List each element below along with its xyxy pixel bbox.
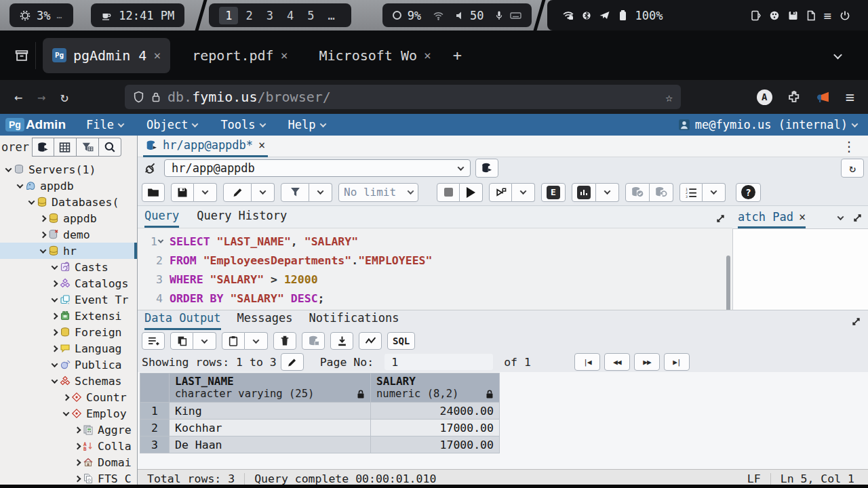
new-tab-button[interactable]: + <box>453 47 462 64</box>
tree-item-event-tr[interactable]: Event Tr <box>0 291 137 308</box>
macros-button[interactable]: 123 <box>679 183 703 202</box>
refresh-connection-button[interactable]: ↻ <box>841 159 864 178</box>
stop-button[interactable] <box>437 183 460 202</box>
tree-item-languag[interactable]: Languag <box>0 340 137 357</box>
explain-analyze-button[interactable] <box>572 183 596 202</box>
macros-chevron[interactable] <box>703 183 726 202</box>
expander-closed-icon[interactable] <box>49 346 60 351</box>
palette-icon[interactable] <box>769 10 780 21</box>
tree-item-demo[interactable]: demo <box>0 226 137 243</box>
shield-icon[interactable] <box>133 91 144 103</box>
menu-object[interactable]: Object <box>146 118 197 131</box>
back-button[interactable]: ← <box>7 89 30 105</box>
save-data-button[interactable] <box>302 332 325 350</box>
expander-closed-icon[interactable] <box>37 232 48 237</box>
row-number-cell[interactable]: 2 <box>140 420 170 436</box>
expander-open-icon[interactable] <box>49 298 60 302</box>
commit-button[interactable] <box>625 183 650 202</box>
tab-close-icon[interactable]: × <box>424 48 431 62</box>
workspace-5[interactable]: 5 <box>301 7 320 24</box>
expander-closed-icon[interactable] <box>37 216 48 221</box>
paste-options-chevron[interactable] <box>245 332 268 350</box>
expand-editor-icon[interactable] <box>715 214 726 228</box>
cell-salary[interactable]: 17000.00 <box>371 420 500 436</box>
connect-database-button[interactable] <box>32 138 54 157</box>
expander-open-icon[interactable] <box>49 363 60 367</box>
expander-open-icon[interactable] <box>37 249 48 253</box>
grid-view-button[interactable] <box>54 138 77 157</box>
bluetooth-icon[interactable] <box>583 10 591 21</box>
lock-icon[interactable] <box>151 92 161 103</box>
cell-salary[interactable]: 24000.00 <box>371 403 500 420</box>
copy-options-chevron[interactable] <box>193 332 216 350</box>
tab-manager-icon[interactable] <box>8 48 35 63</box>
expand-output-icon[interactable] <box>851 317 861 330</box>
edit-options-chevron[interactable] <box>252 183 275 202</box>
filter-rows-button[interactable] <box>281 183 309 202</box>
help-button[interactable]: ? <box>736 183 761 202</box>
power-icon[interactable] <box>840 10 850 21</box>
new-connection-button[interactable] <box>475 159 498 178</box>
graph-visualiser-button[interactable] <box>359 332 382 350</box>
show-sql-button[interactable]: SQL <box>387 332 415 350</box>
column-header-salary[interactable]: SALARYnumeric (8,2) <box>371 373 500 403</box>
download-results-button[interactable] <box>330 332 353 350</box>
menu-tools[interactable]: Tools <box>220 118 264 131</box>
expand-scratch-pad-icon[interactable] <box>852 213 863 223</box>
expander-closed-icon[interactable] <box>49 314 60 319</box>
tree-item-appdb[interactable]: appdb <box>0 178 137 194</box>
workspace-3[interactable]: 3 <box>260 7 279 24</box>
tab-query-history[interactable]: Query History <box>197 209 287 228</box>
tree-item-extensi[interactable]: Extensi <box>0 308 137 324</box>
scratch-pad-chevron-icon[interactable] <box>837 214 844 220</box>
tray-menu-icon[interactable]: ≡ <box>824 8 831 23</box>
open-file-button[interactable] <box>142 183 165 202</box>
page-number-input[interactable]: 1 <box>384 354 493 370</box>
tree-item-casts[interactable]: Casts <box>0 259 137 275</box>
delete-row-button[interactable] <box>273 332 296 350</box>
close-query-tab-icon[interactable]: × <box>258 138 265 152</box>
tree-item-employ[interactable]: Employ <box>0 405 137 422</box>
column-header-last_name[interactable]: LAST_NAMEcharacter varying (25) <box>170 373 371 403</box>
bookmark-star-icon[interactable]: ☆ <box>665 90 673 104</box>
expander-open-icon[interactable] <box>14 184 25 188</box>
extensions-puzzle-icon[interactable] <box>787 90 801 104</box>
execute-chevron[interactable] <box>512 183 535 202</box>
expander-open-icon[interactable] <box>49 265 60 270</box>
tree-item-publica[interactable]: Publica <box>0 357 137 373</box>
menu-file[interactable]: File <box>86 118 123 131</box>
tree-item-schemas[interactable]: Schemas <box>0 373 137 389</box>
browser-tab-0[interactable]: PgpgAdmin 4× <box>43 38 170 73</box>
tree-item-countr[interactable]: Countr <box>0 389 137 405</box>
save-file-button[interactable] <box>171 183 194 202</box>
workspace-…[interactable]: … <box>321 7 340 24</box>
eol-indicator[interactable]: LF <box>738 473 770 485</box>
copy-button[interactable] <box>170 332 193 350</box>
expander-closed-icon[interactable] <box>60 395 71 400</box>
list-tabs-chevron-icon[interactable] <box>835 49 841 62</box>
cpu-indicator[interactable]: 3% … <box>9 3 73 27</box>
expander-open-icon[interactable] <box>60 411 71 416</box>
filter-options-chevron[interactable] <box>309 183 332 202</box>
prev-page-button[interactable]: ◀◀ <box>604 353 630 371</box>
megaphone-extension-icon[interactable] <box>816 90 831 104</box>
cell-salary[interactable]: 17000.00 <box>371 436 500 453</box>
edit-range-button[interactable] <box>281 353 304 371</box>
workspace-4[interactable]: 4 <box>281 7 300 24</box>
disk-icon[interactable] <box>788 10 798 21</box>
expander-open-icon[interactable] <box>3 167 14 172</box>
tree-item-colla[interactable]: ABColla <box>0 438 137 454</box>
document-icon[interactable] <box>806 10 816 21</box>
reload-button[interactable]: ↻ <box>53 89 76 105</box>
browser-menu-icon[interactable]: ≡ <box>846 89 854 106</box>
tab-query[interactable]: Query <box>144 209 179 228</box>
tab-data-output[interactable]: Data Output <box>144 311 221 330</box>
fold-chevron-icon[interactable] <box>158 237 163 243</box>
cell-last_name[interactable]: Kochhar <box>170 420 371 436</box>
row-number-cell[interactable]: 3 <box>140 436 170 453</box>
tab-notifications[interactable]: Notifications <box>309 311 399 330</box>
url-bar[interactable]: db.fymio.us/browser/ ☆ <box>125 85 681 109</box>
tree-item-databases-[interactable]: Databases( <box>0 194 137 210</box>
tree-item-catalogs[interactable]: Catalogs <box>0 275 137 291</box>
row-limit-select[interactable]: No limit <box>338 183 418 202</box>
